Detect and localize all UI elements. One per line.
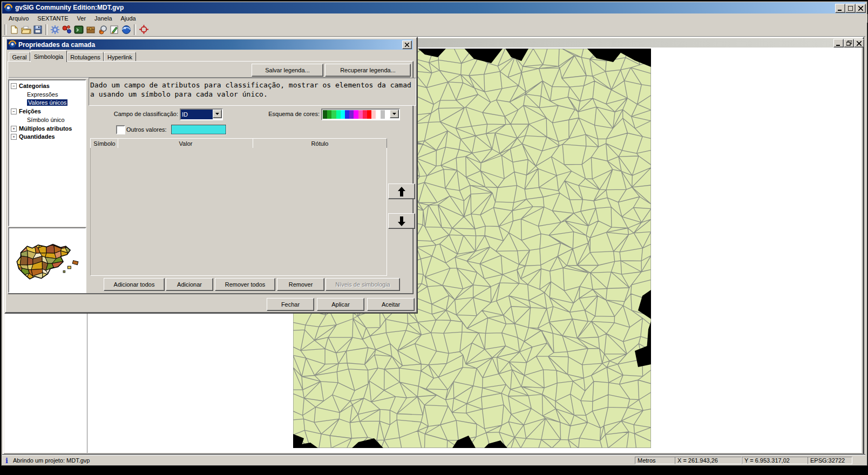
statusbar: i Abrindo um projeto: MDT.gvp Metros X =… [2,455,865,465]
color-scheme-select[interactable] [321,108,400,120]
classification-field-select[interactable]: ID [180,108,223,120]
tree-node-expressoes[interactable]: Expressões [27,91,58,98]
remove-button[interactable]: Remover [277,278,324,291]
units-cell: Metros [635,457,675,464]
dropdown-arrow-icon[interactable] [390,110,399,118]
column-header-valor[interactable]: Valor [118,138,254,149]
color-scheme-label: Esquema de cores: [232,111,320,117]
menu-janela[interactable]: Janela [90,15,116,22]
view-close-button[interactable] [854,39,864,48]
tab-rotulagens[interactable]: Rotulagens [67,52,104,62]
tree-node-multiplos-atributos[interactable]: + Múltiplos atributos [11,125,72,132]
menu-sextante[interactable]: SEXTANTE [33,15,72,22]
column-label-simbolo: Símbolo [93,140,115,147]
info-icon: i [5,457,8,465]
tree-label-valores-unicos: Valores únicos [27,99,67,106]
view-minimize-button[interactable] [833,39,844,48]
dialog-close-button[interactable] [402,40,412,49]
symbols-table-body[interactable] [90,148,387,276]
tab-simbologia-label: Simbologia [34,53,63,60]
main-titlebar[interactable]: gvSIG Community Edition:MDT.gvp [2,2,865,13]
projection-value: EPSG:32722 [810,457,845,464]
sextante-console-icon[interactable] [73,24,85,36]
window-title: gvSIG Community Edition:MDT.gvp [15,4,124,11]
sextante-history-icon[interactable] [97,24,109,36]
accept-label: Aceitar [382,301,400,308]
add-button[interactable]: Adicionar [166,278,213,291]
expand-icon[interactable]: + [11,126,17,132]
menubar: Arquivo SEXTANTE Ver Janela Ajuda [2,14,867,23]
save-legend-button[interactable]: Salvar legenda... [252,64,323,77]
tree-label-multiplos-atributos: Múltiplos atributos [19,125,72,132]
menu-arquivo[interactable]: Arquivo [4,15,33,22]
dialog-titlebar[interactable]: Propriedades da camada [7,39,413,50]
sextante-modeler-icon[interactable] [61,24,73,36]
move-down-button[interactable] [388,213,415,229]
tab-hyperlink[interactable]: Hyperlink [104,52,136,62]
column-label-valor: Valor [179,140,193,147]
color-scheme-ramp [323,110,389,119]
close-button[interactable] [856,4,866,13]
save-project-icon[interactable] [32,24,44,36]
remove-label: Remover [289,281,313,288]
tree-label-simbolo-unico: Símbolo único [27,117,65,123]
column-header-simbolo[interactable]: Símbolo [90,138,119,149]
gvsig-logo-icon [4,4,12,12]
units-value: Metros [638,457,656,464]
symbology-levels-label: Níveis de simbologia [335,281,390,288]
classification-field-label: Campo de classificação: [92,111,178,117]
load-legend-label: Recuperar legenda... [340,67,396,73]
tree-node-categorias[interactable]: − Categorias [11,82,50,90]
close-dialog-button[interactable]: Fechar [267,298,314,311]
view-restore-button[interactable] [844,39,854,48]
dropdown-arrow-icon[interactable] [213,110,222,118]
other-values-label: Outros valores: [126,126,167,133]
tab-simbologia[interactable]: Simbologia [30,50,67,62]
apply-button[interactable]: Aplicar [317,298,364,311]
description-line-2: a usando um símbolo para cada valor únic… [90,90,415,99]
desktop: gvSIG Community Edition:MDT.gvp Arquivo … [0,0,868,475]
add-all-label: Adicionar todos [114,281,155,288]
tree-node-quantidades[interactable]: + Quantidades [11,133,55,140]
down-arrow-icon [397,216,406,227]
tree-node-valores-unicos[interactable]: Valores únicos [27,99,67,106]
menu-ajuda[interactable]: Ajuda [117,15,140,22]
accept-button[interactable]: Aceitar [367,298,415,311]
minimize-button[interactable] [835,4,845,13]
tree-label-expressoes: Expressões [27,91,58,98]
add-all-button[interactable]: Adicionar todos [104,278,165,291]
legend-tree[interactable]: − Categorias Expressões Valores únicos −… [8,79,86,227]
gvsig-dialog-icon [9,40,16,48]
x-coordinate-value: X = 261.943,26 [677,457,718,464]
column-header-rotulo[interactable]: Rótulo [253,138,387,149]
expand-icon[interactable]: + [11,134,17,140]
tree-node-feicoes[interactable]: − Feições [11,107,41,115]
load-legend-button[interactable]: Recuperar legenda... [325,64,411,77]
sextante-batch-icon[interactable] [85,24,97,36]
status-message: Abrindo um projeto: MDT.gvp [13,457,90,464]
tab-geral-label: Geral [12,54,27,60]
collapse-icon[interactable]: − [11,108,17,114]
remove-all-button[interactable]: Remover todos [215,278,275,291]
projection-cell[interactable]: EPSG:32722 [808,457,852,464]
up-arrow-icon [397,186,406,197]
other-values-swatch[interactable] [171,125,226,134]
sextante-results-icon[interactable] [109,24,120,36]
layer-properties-dialog: Propriedades da camada Geral Simbologia … [4,37,418,314]
maximize-button[interactable] [845,4,856,13]
move-up-button[interactable] [388,184,415,199]
sextante-toolbox-icon[interactable] [49,24,61,36]
help-icon[interactable] [120,24,132,36]
menu-ver[interactable]: Ver [73,15,91,22]
tab-geral[interactable]: Geral [9,52,30,62]
symbology-levels-button[interactable]: Níveis de simbologia [326,278,400,291]
tree-node-simbolo-unico[interactable]: Símbolo único [27,116,65,124]
apply-label: Aplicar [331,301,350,308]
new-document-icon[interactable] [8,24,20,36]
center-view-icon[interactable] [138,24,150,36]
collapse-icon[interactable]: − [11,83,17,89]
other-values-checkbox[interactable] [116,125,125,134]
legend-description: Dado um campo de atributos para classifi… [89,78,416,106]
open-project-icon[interactable] [20,24,32,36]
toolbar-separator [45,24,48,35]
